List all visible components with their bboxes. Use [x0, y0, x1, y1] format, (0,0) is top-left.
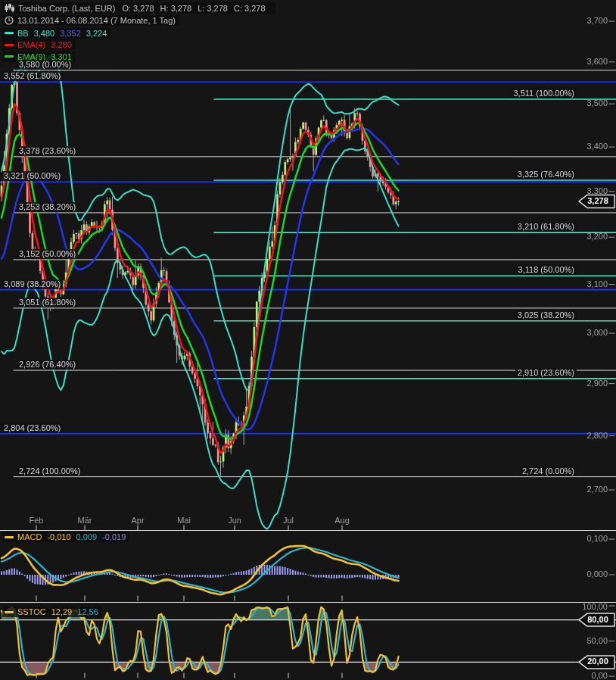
ema4-legend-row[interactable]: EMA(4) 3,280 [2, 39, 76, 50]
ohlc-item: H: 3,278 [160, 4, 192, 13]
ema9-legend-dash-icon [5, 55, 14, 58]
bb-legend-label: BB [17, 29, 29, 38]
ema9-value: 3,301 [51, 52, 72, 61]
macd-legend-row[interactable]: MACD -0,010 0,009 -0,019 [2, 532, 129, 542]
ohlc-item: O: 3,278 [122, 4, 154, 13]
last-price-tag: 3,278 [583, 195, 613, 207]
sstoc-k-value: 12,29 [51, 607, 73, 616]
bb-upper-value: 3,480 [34, 29, 55, 38]
ohlc-item: L: 3,278 [198, 4, 228, 13]
date-range: 13.01.2014 - 06.08.2014 (7 Monate, 1 Tag… [17, 16, 176, 25]
candlestick-icon [5, 3, 14, 13]
ohlc-values: O: 3,278H: 3,278L: 3,278C: 3,278 [122, 4, 271, 13]
date-range-row: 13.01.2014 - 06.08.2014 (7 Monate, 1 Tag… [2, 15, 179, 26]
ema9-legend-row[interactable]: EMA(9) 3,301 [2, 51, 76, 62]
sstoc-legend-dash-icon [5, 611, 14, 613]
chart-header: Toshiba Corp. (Last, EUR) O: 3,278H: 3,2… [2, 2, 275, 62]
ohlc-item: C: 3,278 [234, 4, 266, 13]
macd-legend-label: MACD [17, 532, 42, 541]
macd-signal-value: 0,009 [76, 532, 98, 541]
bb-legend-dash-icon [5, 32, 14, 34]
macd-hist-value: -0,019 [102, 532, 126, 541]
sstoc-legend-row[interactable]: SSTOC 12,29 12,56 [2, 607, 102, 617]
macd-value: -0,010 [47, 532, 70, 541]
ema4-value: 3,280 [51, 40, 72, 49]
sstoc-legend-label: SSTOC [17, 607, 46, 616]
clock-icon [5, 16, 14, 25]
bb-lower-value: 3,224 [86, 29, 107, 38]
ema9-legend-label: EMA(9) [17, 52, 45, 61]
bb-middle-value: 3,352 [60, 29, 81, 38]
sstoc-d-value: 12,56 [77, 607, 98, 616]
macd-legend-dash-icon [5, 536, 14, 538]
price-chart-canvas[interactable] [0, 0, 616, 680]
ema4-legend-label: EMA(4) [17, 40, 45, 49]
bb-legend-row[interactable]: BB 3,480 3,352 3,224 [2, 28, 110, 39]
instrument-title: Toshiba Corp. (Last, EUR) [18, 4, 115, 13]
ema4-legend-dash-icon [5, 44, 14, 46]
chart-application: Toshiba Corp. (Last, EUR) O: 3,278H: 3,2… [0, 0, 616, 680]
title-row: Toshiba Corp. (Last, EUR) O: 3,278H: 3,2… [2, 2, 275, 14]
